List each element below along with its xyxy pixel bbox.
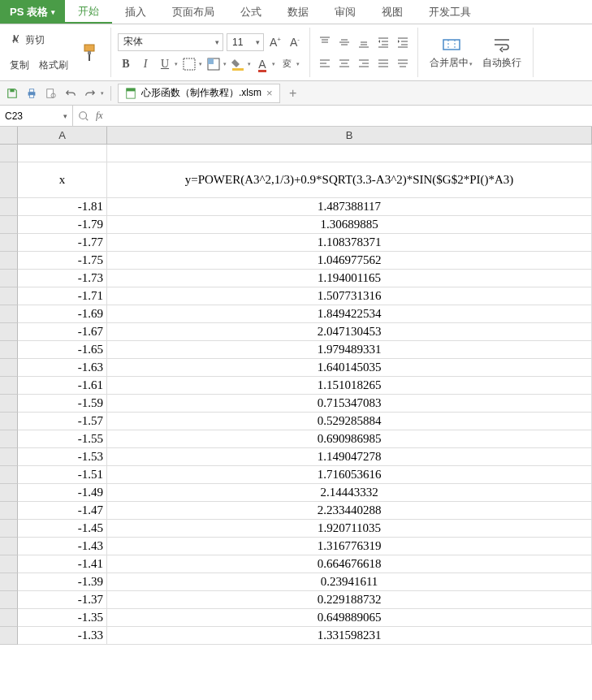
merge-center-button[interactable]: 合并居中 ▾ [425,35,477,70]
cell[interactable]: 1.30689885 [107,216,592,234]
cell[interactable] [107,145,592,162]
font-color-button[interactable]: A [254,56,270,72]
row-header[interactable] [0,359,18,377]
align-center-button[interactable] [336,55,352,71]
indent-increase-button[interactable] [395,34,411,50]
row-header[interactable] [0,252,18,270]
tab-data[interactable]: 数据 [274,0,322,24]
column-header-a[interactable]: A [18,127,107,145]
cell[interactable]: -1.69 [18,305,107,323]
cell[interactable]: 1.640145035 [107,359,592,377]
cell[interactable]: 2.14443332 [107,484,592,502]
font-size-select[interactable]: 11 [227,33,264,51]
row-header[interactable] [0,305,18,323]
redo-button[interactable] [83,86,97,101]
row-header[interactable] [0,573,18,591]
tab-formula[interactable]: 公式 [227,0,274,24]
increase-font-button[interactable]: A+ [267,34,283,50]
row-header[interactable] [0,520,18,538]
cell[interactable]: 1.920711035 [107,520,592,538]
cell[interactable]: -1.37 [18,591,107,609]
cell[interactable]: 1.331598231 [107,627,592,645]
row-header[interactable] [0,145,18,162]
cell[interactable]: -1.49 [18,484,107,502]
cell[interactable]: -1.79 [18,216,107,234]
column-header-b[interactable]: B [107,127,592,145]
cell[interactable]: x [18,162,107,198]
row-header[interactable] [0,413,18,430]
wrap-text-button[interactable]: 自动换行 [477,35,526,70]
cell[interactable]: -1.57 [18,413,107,430]
row-header[interactable] [0,502,18,520]
row-header[interactable] [0,448,18,466]
document-tab[interactable]: 心形函数（制作教程）.xlsm × [118,84,280,103]
undo-button[interactable] [63,86,78,101]
tab-page-layout[interactable]: 页面布局 [159,0,227,24]
cell[interactable]: 0.649889065 [107,609,592,627]
underline-button[interactable]: U [157,56,173,72]
cell[interactable]: -1.33 [18,627,107,645]
align-right-button[interactable] [356,55,372,71]
bold-button[interactable]: B [118,56,134,72]
row-header[interactable] [0,627,18,645]
row-header[interactable] [0,216,18,234]
copy-button[interactable]: 复制 [6,57,32,74]
cell[interactable]: 1.507731316 [107,287,592,305]
cell-style-button[interactable] [205,56,222,72]
row-header[interactable] [0,377,18,395]
cell[interactable]: 1.849422534 [107,305,592,323]
cell[interactable]: 0.715347083 [107,395,592,413]
cell[interactable] [18,145,107,162]
border-button[interactable] [181,56,197,72]
align-left-button[interactable] [317,55,333,71]
cell[interactable]: 2.047130453 [107,323,592,341]
fill-color-button[interactable] [230,56,246,72]
cell[interactable]: -1.39 [18,573,107,591]
tab-developer[interactable]: 开发工具 [416,0,484,24]
cell[interactable]: 1.151018265 [107,377,592,395]
cell[interactable]: -1.61 [18,377,107,395]
print-preview-button[interactable] [44,86,58,101]
cell[interactable]: 1.316776319 [107,538,592,555]
align-bottom-button[interactable] [356,34,372,50]
cell[interactable]: -1.41 [18,555,107,573]
cell[interactable]: 0.23941611 [107,573,592,591]
indent-decrease-button[interactable] [375,34,391,50]
row-header[interactable] [0,198,18,216]
cell[interactable]: -1.65 [18,341,107,359]
cell[interactable]: -1.63 [18,359,107,377]
cell[interactable]: 0.229188732 [107,591,592,609]
row-header[interactable] [0,591,18,609]
align-top-button[interactable] [317,34,333,50]
decrease-font-button[interactable]: A- [287,34,303,50]
row-header[interactable] [0,395,18,413]
row-header[interactable] [0,484,18,502]
align-justify-button[interactable] [375,55,391,71]
cell[interactable]: y=POWER(A3^2,1/3)+0.9*SQRT(3.3-A3^2)*SIN… [107,162,592,198]
cell[interactable]: -1.67 [18,323,107,341]
cell[interactable]: -1.45 [18,520,107,538]
cell[interactable]: -1.43 [18,538,107,555]
tab-insert[interactable]: 插入 [112,0,159,24]
cell[interactable]: 1.194001165 [107,270,592,287]
cell[interactable]: -1.35 [18,609,107,627]
row-header[interactable] [0,609,18,627]
row-header[interactable] [0,466,18,484]
format-painter-button[interactable]: 格式刷 [36,57,71,74]
cell[interactable]: -1.55 [18,430,107,448]
cell[interactable]: 1.716053616 [107,466,592,484]
cell[interactable]: -1.51 [18,466,107,484]
cell[interactable]: -1.73 [18,270,107,287]
row-header[interactable] [0,234,18,252]
cell[interactable]: 1.979489331 [107,341,592,359]
select-all-corner[interactable] [0,127,18,145]
close-tab-button[interactable]: × [266,87,273,99]
cell[interactable]: 0.664676618 [107,555,592,573]
cell[interactable]: -1.59 [18,395,107,413]
row-header[interactable] [0,538,18,555]
cell[interactable]: 1.108378371 [107,234,592,252]
cell[interactable]: 0.529285884 [107,413,592,430]
cell[interactable]: 2.233440288 [107,502,592,520]
row-header[interactable] [0,287,18,305]
cell[interactable]: -1.81 [18,198,107,216]
